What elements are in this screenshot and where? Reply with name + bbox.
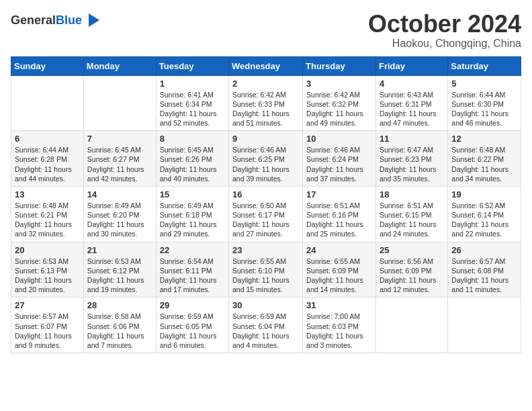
calendar-cell: 21Sunrise: 6:53 AM Sunset: 6:12 PM Dayli… (83, 242, 156, 298)
day-number: 2 (232, 79, 299, 89)
day-info: Sunrise: 6:49 AM Sunset: 6:20 PM Dayligh… (87, 201, 152, 239)
calendar-cell: 28Sunrise: 6:58 AM Sunset: 6:06 PM Dayli… (83, 298, 156, 353)
day-number: 3 (306, 79, 372, 89)
calendar-cell: 24Sunrise: 6:55 AM Sunset: 6:09 PM Dayli… (303, 242, 376, 298)
day-number: 29 (160, 300, 225, 310)
calendar-cell: 14Sunrise: 6:49 AM Sunset: 6:20 PM Dayli… (83, 186, 156, 242)
day-number: 27 (15, 300, 80, 310)
calendar-cell: 20Sunrise: 6:53 AM Sunset: 6:13 PM Dayli… (11, 242, 84, 298)
day-number: 24 (306, 245, 372, 255)
day-number: 16 (232, 189, 299, 199)
day-number: 19 (451, 189, 517, 199)
weekday-header-sunday: Sunday (11, 56, 84, 75)
day-info: Sunrise: 6:56 AM Sunset: 6:09 PM Dayligh… (380, 257, 444, 295)
day-info: Sunrise: 6:57 AM Sunset: 6:07 PM Dayligh… (15, 312, 80, 350)
day-number: 22 (160, 245, 225, 255)
logo-icon (83, 11, 102, 30)
day-info: Sunrise: 6:59 AM Sunset: 6:05 PM Dayligh… (160, 312, 225, 350)
calendar-cell: 3Sunrise: 6:42 AM Sunset: 6:32 PM Daylig… (303, 75, 376, 131)
calendar-cell: 30Sunrise: 6:59 AM Sunset: 6:04 PM Dayli… (229, 298, 303, 353)
day-info: Sunrise: 6:59 AM Sunset: 6:04 PM Dayligh… (232, 312, 299, 350)
calendar-cell: 23Sunrise: 6:55 AM Sunset: 6:10 PM Dayli… (229, 242, 303, 298)
day-info: Sunrise: 6:42 AM Sunset: 6:32 PM Dayligh… (306, 90, 372, 128)
weekday-header-monday: Monday (83, 56, 156, 75)
weekday-header-thursday: Thursday (303, 56, 376, 75)
calendar-table: SundayMondayTuesdayWednesdayThursdayFrid… (11, 56, 521, 353)
day-number: 12 (451, 134, 517, 144)
day-number: 1 (160, 79, 225, 89)
calendar-cell: 31Sunrise: 7:00 AM Sunset: 6:03 PM Dayli… (303, 298, 376, 353)
day-info: Sunrise: 6:42 AM Sunset: 6:33 PM Dayligh… (232, 90, 299, 128)
calendar-week-row: 27Sunrise: 6:57 AM Sunset: 6:07 PM Dayli… (11, 298, 521, 353)
day-number: 4 (380, 79, 444, 89)
weekday-header-tuesday: Tuesday (156, 56, 228, 75)
day-info: Sunrise: 6:41 AM Sunset: 6:34 PM Dayligh… (160, 90, 225, 128)
calendar-week-row: 13Sunrise: 6:48 AM Sunset: 6:21 PM Dayli… (11, 186, 521, 242)
calendar-cell: 11Sunrise: 6:47 AM Sunset: 6:23 PM Dayli… (375, 131, 447, 187)
weekday-header-row: SundayMondayTuesdayWednesdayThursdayFrid… (11, 56, 521, 75)
logo-general: General (11, 13, 56, 27)
day-info: Sunrise: 6:47 AM Sunset: 6:23 PM Dayligh… (380, 145, 444, 183)
calendar-cell: 2Sunrise: 6:42 AM Sunset: 6:33 PM Daylig… (229, 75, 303, 131)
day-info: Sunrise: 6:48 AM Sunset: 6:21 PM Dayligh… (15, 201, 80, 239)
calendar-cell: 5Sunrise: 6:44 AM Sunset: 6:30 PM Daylig… (448, 75, 521, 131)
calendar-cell: 13Sunrise: 6:48 AM Sunset: 6:21 PM Dayli… (11, 186, 84, 242)
day-number: 20 (15, 245, 80, 255)
day-number: 25 (380, 245, 444, 255)
day-number: 7 (87, 134, 152, 144)
logo: GeneralBlue (11, 11, 102, 30)
calendar-cell (83, 75, 156, 131)
weekday-header-wednesday: Wednesday (229, 56, 303, 75)
calendar-cell: 26Sunrise: 6:57 AM Sunset: 6:08 PM Dayli… (448, 242, 521, 298)
day-info: Sunrise: 6:53 AM Sunset: 6:13 PM Dayligh… (15, 257, 80, 295)
day-number: 5 (451, 79, 517, 89)
logo-blue: Blue (56, 13, 82, 27)
day-number: 18 (380, 189, 444, 199)
svg-marker-0 (89, 13, 99, 27)
calendar-cell: 4Sunrise: 6:43 AM Sunset: 6:31 PM Daylig… (375, 75, 447, 131)
calendar-cell (375, 298, 447, 353)
day-number: 8 (160, 134, 225, 144)
day-info: Sunrise: 6:57 AM Sunset: 6:08 PM Dayligh… (451, 257, 517, 295)
calendar-cell: 15Sunrise: 6:49 AM Sunset: 6:18 PM Dayli… (156, 186, 228, 242)
day-info: Sunrise: 6:51 AM Sunset: 6:15 PM Dayligh… (380, 201, 444, 239)
calendar-cell: 6Sunrise: 6:44 AM Sunset: 6:28 PM Daylig… (11, 131, 84, 187)
day-number: 10 (306, 134, 372, 144)
calendar-cell: 8Sunrise: 6:45 AM Sunset: 6:26 PM Daylig… (156, 131, 228, 187)
day-number: 9 (232, 134, 299, 144)
title-area: October 2024 Haokou, Chongqing, China (368, 11, 521, 50)
day-info: Sunrise: 6:46 AM Sunset: 6:24 PM Dayligh… (306, 145, 372, 183)
day-info: Sunrise: 6:45 AM Sunset: 6:26 PM Dayligh… (160, 145, 225, 183)
calendar-week-row: 6Sunrise: 6:44 AM Sunset: 6:28 PM Daylig… (11, 131, 521, 187)
day-info: Sunrise: 6:55 AM Sunset: 6:10 PM Dayligh… (232, 257, 299, 295)
calendar-cell: 29Sunrise: 6:59 AM Sunset: 6:05 PM Dayli… (156, 298, 228, 353)
calendar-cell: 19Sunrise: 6:52 AM Sunset: 6:14 PM Dayli… (448, 186, 521, 242)
day-info: Sunrise: 6:48 AM Sunset: 6:22 PM Dayligh… (451, 145, 517, 183)
day-number: 6 (15, 134, 80, 144)
header: GeneralBlue October 2024 Haokou, Chongqi… (11, 11, 521, 50)
calendar-cell (11, 75, 84, 131)
calendar-cell: 17Sunrise: 6:51 AM Sunset: 6:16 PM Dayli… (303, 186, 376, 242)
day-info: Sunrise: 7:00 AM Sunset: 6:03 PM Dayligh… (306, 312, 372, 350)
day-info: Sunrise: 6:44 AM Sunset: 6:30 PM Dayligh… (451, 90, 517, 128)
calendar-cell (448, 298, 521, 353)
day-number: 23 (232, 245, 299, 255)
day-info: Sunrise: 6:46 AM Sunset: 6:25 PM Dayligh… (232, 145, 299, 183)
day-number: 14 (87, 189, 152, 199)
day-info: Sunrise: 6:58 AM Sunset: 6:06 PM Dayligh… (87, 312, 152, 350)
day-info: Sunrise: 6:52 AM Sunset: 6:14 PM Dayligh… (451, 201, 517, 239)
calendar-cell: 1Sunrise: 6:41 AM Sunset: 6:34 PM Daylig… (156, 75, 228, 131)
day-number: 26 (451, 245, 517, 255)
day-info: Sunrise: 6:53 AM Sunset: 6:12 PM Dayligh… (87, 257, 152, 295)
day-number: 13 (15, 189, 80, 199)
month-title: October 2024 (368, 11, 521, 38)
calendar-cell: 25Sunrise: 6:56 AM Sunset: 6:09 PM Dayli… (375, 242, 447, 298)
calendar-cell: 10Sunrise: 6:46 AM Sunset: 6:24 PM Dayli… (303, 131, 376, 187)
day-info: Sunrise: 6:54 AM Sunset: 6:11 PM Dayligh… (160, 257, 225, 295)
day-number: 30 (232, 300, 299, 310)
day-info: Sunrise: 6:50 AM Sunset: 6:17 PM Dayligh… (232, 201, 299, 239)
calendar-week-row: 1Sunrise: 6:41 AM Sunset: 6:34 PM Daylig… (11, 75, 521, 131)
weekday-header-friday: Friday (375, 56, 447, 75)
calendar-cell: 27Sunrise: 6:57 AM Sunset: 6:07 PM Dayli… (11, 298, 84, 353)
day-info: Sunrise: 6:49 AM Sunset: 6:18 PM Dayligh… (160, 201, 225, 239)
